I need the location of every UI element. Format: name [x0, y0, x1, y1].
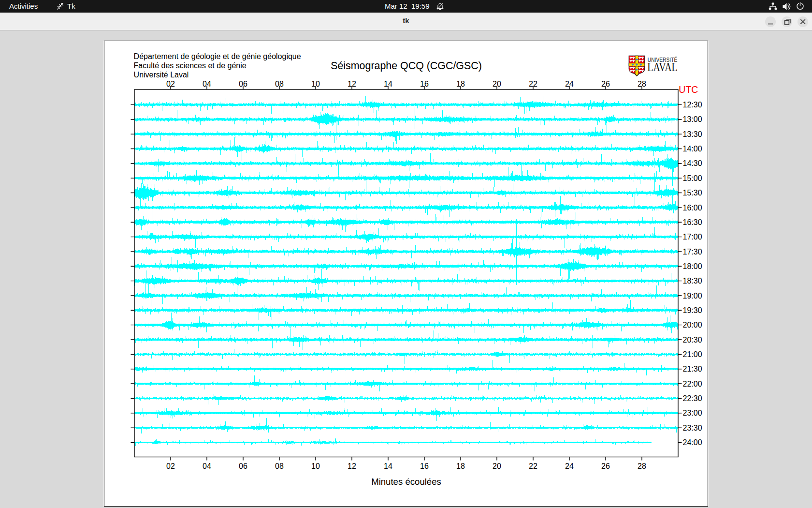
- svg-text:19:00: 19:00: [682, 291, 702, 299]
- svg-text:20: 20: [493, 462, 501, 470]
- svg-text:16: 16: [420, 462, 429, 470]
- svg-text:10: 10: [311, 462, 320, 470]
- svg-text:23:00: 23:00: [682, 409, 702, 417]
- svg-text:Faculté des sciences et de gén: Faculté des sciences et de génie: [133, 61, 246, 69]
- svg-text:14: 14: [384, 462, 392, 470]
- svg-text:17:30: 17:30: [682, 247, 702, 255]
- svg-text:20:30: 20:30: [682, 335, 702, 344]
- svg-text:22:30: 22:30: [682, 394, 702, 403]
- svg-text:UTC: UTC: [679, 84, 698, 95]
- svg-text:19:30: 19:30: [682, 306, 702, 314]
- svg-text:08: 08: [275, 462, 284, 470]
- svg-text:21:30: 21:30: [682, 365, 702, 373]
- svg-text:06: 06: [239, 462, 247, 470]
- svg-text:22: 22: [529, 462, 537, 470]
- svg-text:14:00: 14:00: [682, 145, 702, 153]
- svg-text:16:00: 16:00: [682, 203, 702, 211]
- svg-text:24: 24: [565, 462, 574, 470]
- svg-text:02: 02: [166, 462, 175, 470]
- svg-text:20:00: 20:00: [682, 321, 702, 329]
- svg-text:Département de géologie et de: Département de géologie et de génie géol…: [133, 52, 301, 60]
- svg-text:13:30: 13:30: [682, 130, 702, 138]
- svg-text:12: 12: [348, 462, 356, 470]
- svg-text:18: 18: [456, 462, 465, 470]
- svg-text:16:30: 16:30: [682, 218, 702, 226]
- svg-text:26: 26: [601, 462, 610, 470]
- svg-text:21:00: 21:00: [682, 350, 702, 359]
- svg-text:17:00: 17:00: [682, 233, 702, 241]
- svg-text:Minutes écoulées: Minutes écoulées: [371, 477, 441, 487]
- svg-text:12:30: 12:30: [682, 101, 702, 109]
- svg-text:04: 04: [203, 462, 211, 470]
- svg-text:18:00: 18:00: [682, 262, 702, 270]
- svg-text:15:00: 15:00: [682, 174, 702, 182]
- svg-text:28: 28: [638, 462, 646, 470]
- svg-text:Séismographe QCQ (CGC/GSC): Séismographe QCQ (CGC/GSC): [331, 60, 482, 71]
- svg-text:Université Laval: Université Laval: [133, 70, 188, 78]
- svg-text:24:00: 24:00: [682, 438, 702, 447]
- svg-text:18:30: 18:30: [682, 277, 702, 285]
- svg-text:23:30: 23:30: [682, 423, 702, 432]
- svg-text:22:00: 22:00: [682, 379, 702, 388]
- svg-text:13:00: 13:00: [682, 115, 702, 123]
- svg-text:UNIVERSITÉ: UNIVERSITÉ: [647, 56, 677, 63]
- svg-text:15:30: 15:30: [682, 189, 702, 197]
- svg-text:14:30: 14:30: [682, 159, 702, 167]
